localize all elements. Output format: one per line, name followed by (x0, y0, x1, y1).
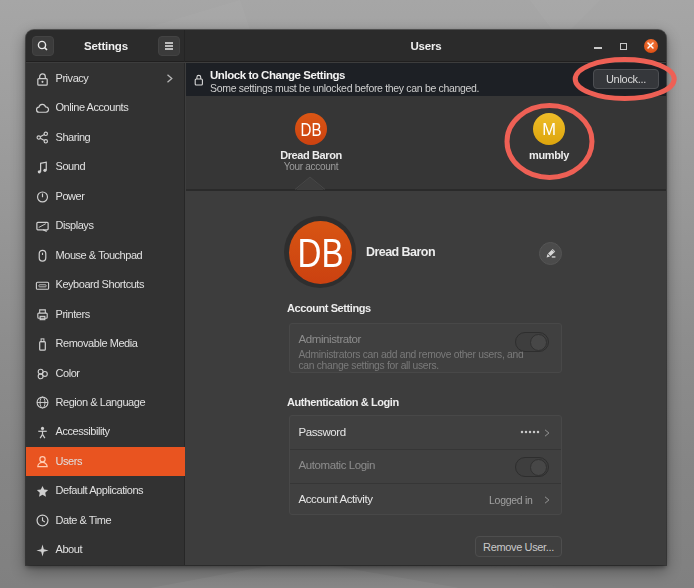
svg-text:DB: DB (301, 120, 322, 140)
svg-text:M: M (542, 120, 556, 138)
svg-text:DB: DB (297, 229, 343, 275)
